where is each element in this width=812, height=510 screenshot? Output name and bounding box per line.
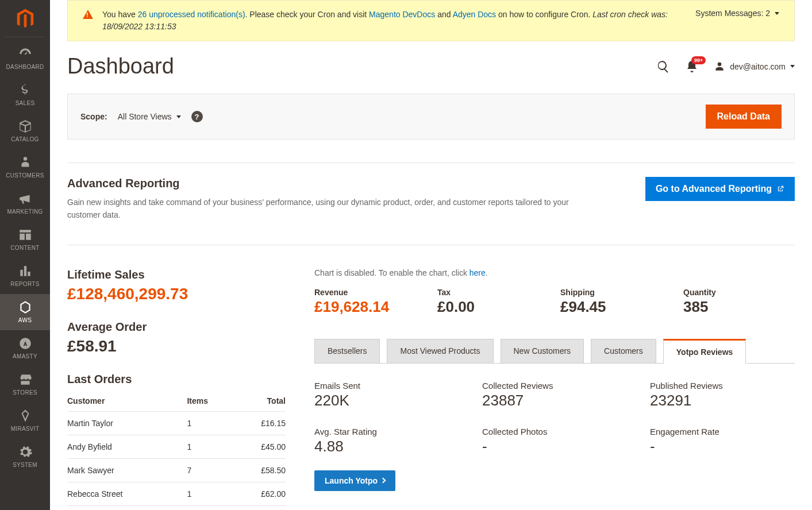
advanced-reporting-desc: Gain new insights and take command of yo… (67, 196, 584, 222)
stat-label: Collected Reviews (482, 381, 627, 391)
stat-value: 23887 (482, 392, 627, 409)
sidebar-item-mirasvit[interactable]: MIRASVIT (0, 403, 50, 439)
dashboard-icon (18, 47, 33, 61)
search-button[interactable] (656, 60, 670, 74)
table-row[interactable]: Rebecca Street1£62.00 (67, 482, 286, 505)
table-row[interactable]: Mark Sawyer7£58.50 (67, 458, 286, 482)
table-row[interactable]: Mary Skipper2£29.75 (67, 505, 286, 510)
stat-label: Emails Sent (314, 381, 459, 391)
sidebar-item-content[interactable]: CONTENT (0, 222, 50, 258)
divider (5, 37, 45, 37)
col-total: Total (232, 391, 286, 412)
metric-label: Tax (437, 288, 549, 297)
stat-label: Published Reviews (650, 381, 795, 391)
metrics-row: Revenue £19,628.14 Tax £0.00 Shipping £9… (314, 288, 795, 316)
tab-new-customers[interactable]: New Customers (501, 339, 584, 363)
lifetime-sales-title: Lifetime Sales (67, 268, 286, 281)
average-order-block: Average Order £58.91 (67, 320, 286, 356)
reload-data-button[interactable]: Reload Data (706, 105, 782, 129)
help-icon[interactable]: ? (191, 111, 203, 122)
notifications-button[interactable]: 99+ (685, 60, 699, 74)
table-row[interactable]: Andy Byfield1£45.00 (67, 435, 286, 458)
cell-total: £58.50 (232, 458, 286, 482)
sidebar-item-stores[interactable]: STORES (0, 366, 50, 403)
sidebar-item-marketing[interactable]: MARKETING (0, 186, 50, 222)
stat-value: 220K (314, 392, 459, 409)
tab-customers[interactable]: Customers (591, 339, 656, 363)
sidebar-item-label: REPORTS (10, 281, 39, 287)
hexagon-icon (18, 300, 33, 315)
notifications-badge: 99+ (691, 56, 706, 64)
metric-value: £0.00 (437, 298, 549, 316)
cell-total: £16.15 (232, 411, 286, 435)
magento-logo-icon[interactable] (14, 8, 36, 30)
notice-mid3: on how to configure Cron. (496, 10, 592, 19)
external-link-icon (776, 185, 784, 193)
metric-quantity: Quantity 385 (683, 288, 795, 316)
sidebar-item-aws[interactable]: AWS (0, 294, 50, 330)
dashboard-tabs: Bestsellers Most Viewed Products New Cus… (314, 339, 795, 364)
sidebar-item-catalog[interactable]: CATALOG (0, 113, 50, 149)
box-icon (18, 119, 33, 134)
metric-value: £19,628.14 (314, 298, 426, 316)
gear-icon (18, 445, 33, 459)
bar-chart-icon (18, 264, 33, 279)
metric-value: £94.45 (560, 298, 672, 316)
table-header-row: Customer Items Total (67, 391, 286, 412)
stat-value: 23291 (650, 392, 795, 409)
go-to-advanced-reporting-button[interactable]: Go to Advanced Reporting (645, 177, 795, 201)
sidebar-item-reports[interactable]: REPORTS (0, 258, 50, 294)
enable-chart-link[interactable]: here (470, 268, 486, 277)
adyen-docs-link[interactable]: Adyen Docs (453, 10, 496, 19)
metric-value: 385 (683, 298, 795, 316)
sidebar-item-label: SYSTEM (13, 462, 37, 468)
sidebar: DASHBOARD SALES CATALOG CUSTOMERS MARKET… (0, 0, 50, 510)
chevron-down-icon (176, 115, 181, 118)
dashboard-right-col: Chart is disabled. To enable the chart, … (314, 268, 795, 491)
sidebar-item-amasty[interactable]: AMASTY (0, 330, 50, 366)
launch-yotpo-button[interactable]: Launch Yotpo (314, 470, 395, 491)
lifetime-sales-value: £128,460,299.73 (67, 285, 286, 303)
metric-label: Quantity (683, 288, 795, 297)
cell-total: £29.75 (232, 505, 286, 510)
tab-most-viewed[interactable]: Most Viewed Products (387, 339, 493, 363)
lifetime-sales-block: Lifetime Sales £128,460,299.73 (67, 268, 286, 303)
notice-mid1: . Please check your Cron and visit (245, 10, 370, 19)
sidebar-item-customers[interactable]: CUSTOMERS (0, 149, 50, 186)
sidebar-item-label: STORES (13, 389, 37, 396)
cell-items: 7 (187, 458, 232, 482)
scope-selector[interactable]: All Store Views (118, 112, 181, 121)
cell-customer: Rebecca Street (67, 482, 187, 505)
sidebar-item-dashboard[interactable]: DASHBOARD (0, 41, 50, 77)
sidebar-item-label: DASHBOARD (6, 64, 44, 70)
table-row[interactable]: Martin Taylor1£16.15 (67, 411, 286, 435)
metric-shipping: Shipping £94.45 (560, 288, 672, 316)
chevron-down-icon (775, 12, 779, 15)
sidebar-item-label: CONTENT (10, 245, 39, 251)
sidebar-item-system[interactable]: SYSTEM (0, 439, 50, 475)
sidebar-item-label: CUSTOMERS (6, 172, 44, 179)
person-icon (18, 155, 33, 170)
sidebar-item-label: AMASTY (13, 353, 37, 360)
cell-customer: Mary Skipper (67, 505, 187, 510)
yotpo-engagement-rate: Engagement Rate - (650, 427, 795, 455)
chevron-right-icon (380, 478, 386, 484)
notice-text: You have 26 unprocessed notification(s).… (102, 9, 686, 33)
warning-icon (83, 10, 93, 19)
tab-bestsellers[interactable]: Bestsellers (314, 339, 380, 363)
header-actions: 99+ dev@aitoc.com (656, 60, 795, 74)
devdocs-link[interactable]: Magento DevDocs (369, 10, 435, 19)
dashboard-grid: Lifetime Sales £128,460,299.73 Average O… (67, 268, 795, 510)
tab-yotpo-reviews[interactable]: Yotpo Reviews (663, 339, 746, 364)
metric-tax: Tax £0.00 (437, 288, 549, 316)
scope-label: Scope: (80, 112, 107, 121)
store-icon (18, 372, 33, 387)
stat-label: Collected Photos (482, 427, 627, 436)
yotpo-collected-reviews: Collected Reviews 23887 (482, 381, 627, 409)
sidebar-item-sales[interactable]: SALES (0, 77, 50, 113)
cell-items: 2 (187, 505, 232, 510)
user-menu[interactable]: dev@aitoc.com (714, 61, 795, 72)
amasty-icon (18, 336, 33, 351)
notifications-link[interactable]: 26 unprocessed notification(s) (138, 10, 245, 19)
system-messages-toggle[interactable]: System Messages: 2 (695, 9, 779, 18)
